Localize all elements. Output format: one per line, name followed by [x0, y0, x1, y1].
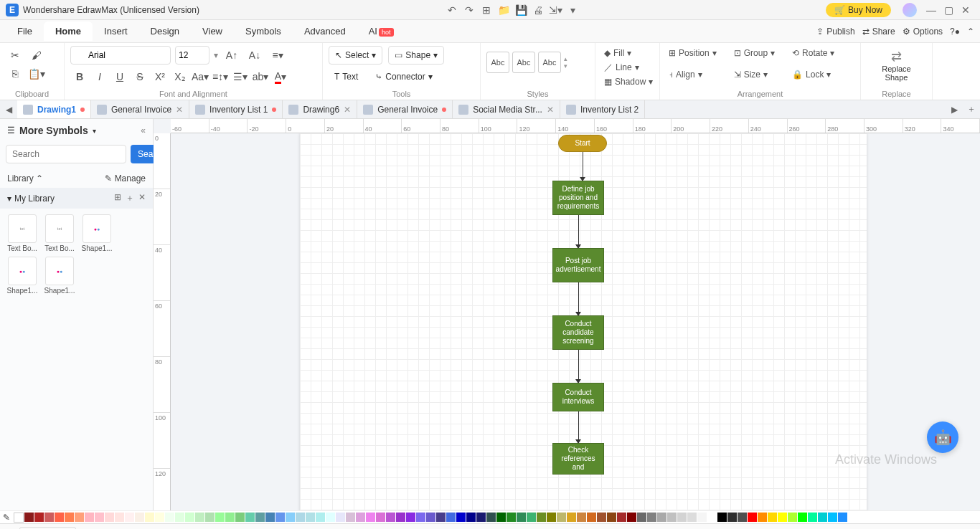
select-tool-button[interactable]: ↖ Select ▾	[329, 46, 382, 65]
color-swatch[interactable]	[778, 513, 787, 522]
canvas[interactable]: StartDefine job position and requirement…	[171, 133, 980, 510]
color-swatch[interactable]	[255, 513, 265, 522]
color-swatch[interactable]	[215, 513, 225, 522]
color-swatch[interactable]	[205, 513, 215, 522]
color-swatch[interactable]	[155, 513, 164, 522]
flowchart-node-start[interactable]: Start	[558, 135, 607, 152]
flowchart-node-n4[interactable]: Conduct interviews	[552, 383, 604, 411]
cut-icon[interactable]: ✂	[6, 46, 24, 65]
color-swatch[interactable]	[798, 513, 807, 522]
color-swatch[interactable]	[456, 513, 466, 522]
rotate-button[interactable]: ⟲ Rotate▾	[789, 46, 837, 60]
color-swatch[interactable]	[537, 513, 546, 522]
font-name-input[interactable]	[70, 46, 171, 65]
options-button[interactable]: ⚙ Options	[903, 27, 943, 37]
color-swatch[interactable]	[838, 513, 847, 522]
menu-tab-home[interactable]: Home	[44, 22, 93, 41]
color-swatch[interactable]	[165, 513, 174, 522]
lock-button[interactable]: 🔒 Lock▾	[789, 67, 837, 82]
color-swatch[interactable]	[426, 513, 435, 522]
color-swatch[interactable]	[677, 513, 687, 522]
connector-tool-button[interactable]: ⤷ Connector ▾	[369, 67, 438, 86]
color-swatch[interactable]	[85, 513, 94, 522]
color-swatch[interactable]	[748, 513, 757, 522]
library-shape-item[interactable]: ●●Shape1...	[6, 257, 39, 295]
align-button[interactable]: ⫞ Align▾	[666, 67, 720, 82]
redo-icon[interactable]: ↷	[461, 1, 478, 19]
menu-tab-symbols[interactable]: Symbols	[234, 22, 293, 41]
tab-add-icon[interactable]: ＋	[963, 100, 980, 118]
print-icon[interactable]: 🖨	[529, 1, 547, 19]
font-color-icon[interactable]: A▾	[271, 67, 290, 86]
library-shape-item[interactable]: ●●Shape1...	[43, 257, 76, 295]
increase-font-icon[interactable]: A↑	[222, 46, 241, 65]
lib-grid-icon[interactable]: ⊞	[114, 192, 121, 204]
color-swatch[interactable]	[637, 513, 646, 522]
lib-close-icon[interactable]: ✕	[138, 192, 146, 204]
color-swatch[interactable]	[818, 513, 827, 522]
color-swatch[interactable]	[466, 513, 476, 522]
color-swatch[interactable]	[245, 513, 255, 522]
color-swatch[interactable]	[727, 513, 737, 522]
library-shape-item[interactable]: txtText Bo...	[6, 214, 39, 252]
format-painter-icon[interactable]: 🖌	[27, 46, 46, 65]
color-swatch[interactable]	[446, 513, 456, 522]
superscript-icon[interactable]: X²	[151, 67, 169, 86]
color-swatch[interactable]	[587, 513, 596, 522]
color-swatch[interactable]	[527, 513, 536, 522]
color-swatch[interactable]	[145, 513, 154, 522]
replace-shape-icon[interactable]: ⇄	[891, 49, 902, 65]
color-swatch[interactable]	[476, 513, 486, 522]
color-swatch[interactable]	[738, 513, 747, 522]
tab-nav-right-icon[interactable]: ▶	[946, 100, 963, 118]
color-swatch[interactable]	[557, 513, 566, 522]
menu-tab-ai[interactable]: AIhot	[357, 22, 405, 41]
color-swatch[interactable]	[396, 513, 405, 522]
color-swatch[interactable]	[356, 513, 365, 522]
flowchart-node-n5[interactable]: Check references and	[552, 443, 604, 475]
color-swatch[interactable]	[597, 513, 606, 522]
color-swatch[interactable]	[225, 513, 235, 522]
color-swatch[interactable]	[406, 513, 415, 522]
sidebar-collapse-icon[interactable]: «	[141, 125, 146, 135]
color-swatch[interactable]	[687, 513, 697, 522]
color-swatch[interactable]	[577, 513, 586, 522]
color-swatch[interactable]	[788, 513, 797, 522]
more-icon[interactable]: ▾	[564, 1, 581, 19]
color-swatch[interactable]	[416, 513, 425, 522]
tab-nav-left-icon[interactable]: ◀	[0, 100, 17, 118]
page-selector[interactable]: Page-1 ▾	[19, 527, 76, 530]
paste-icon[interactable]: 📋▾	[27, 65, 46, 83]
color-swatch[interactable]	[496, 513, 506, 522]
color-swatch[interactable]	[376, 513, 385, 522]
color-swatch[interactable]	[647, 513, 656, 522]
fill-button[interactable]: ◆ Fill▾	[601, 46, 654, 60]
color-swatch[interactable]	[135, 513, 144, 522]
collapse-ribbon-icon[interactable]: ⌃	[967, 27, 974, 37]
document-tab[interactable]: General Invoice✕	[91, 100, 189, 118]
close-icon[interactable]: ✕	[957, 1, 974, 19]
drawing-page[interactable]: StartDefine job position and requirement…	[300, 133, 867, 510]
document-tab[interactable]: Drawing6✕	[283, 100, 357, 118]
manage-button[interactable]: ✎ Manage	[105, 173, 146, 184]
color-swatch[interactable]	[567, 513, 576, 522]
highlight-icon[interactable]: ab▾	[251, 67, 270, 86]
bold-icon[interactable]: B	[70, 67, 89, 86]
flowchart-arrow[interactable]	[578, 282, 579, 315]
flowchart-arrow[interactable]	[578, 350, 579, 383]
user-avatar[interactable]	[903, 3, 917, 17]
style-scroll-down-icon[interactable]: ▾	[564, 62, 567, 70]
color-swatch[interactable]	[707, 513, 717, 522]
color-swatch[interactable]	[547, 513, 556, 522]
color-swatch[interactable]	[265, 513, 275, 522]
library-shape-item[interactable]: ●●Shape1...	[80, 214, 113, 252]
copy-icon[interactable]: ⎘	[6, 65, 24, 83]
color-swatch[interactable]	[697, 513, 707, 522]
color-swatch[interactable]	[185, 513, 194, 522]
color-swatch[interactable]	[828, 513, 837, 522]
color-swatch[interactable]	[617, 513, 626, 522]
style-preset-3[interactable]: Abc	[538, 52, 561, 73]
buy-now-button[interactable]: 🛒 Buy Now	[826, 3, 891, 17]
decrease-font-icon[interactable]: A↓	[245, 46, 264, 65]
library-shape-item[interactable]: txtText Bo...	[43, 214, 76, 252]
